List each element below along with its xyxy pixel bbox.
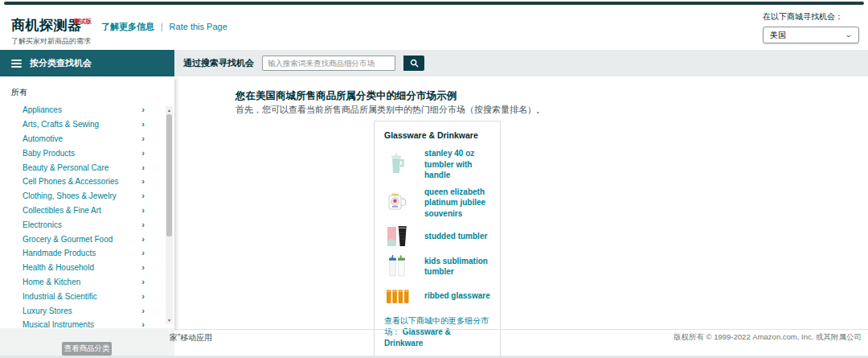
link-divider: |	[161, 23, 163, 31]
category-label: Industrial & Scientific	[23, 292, 97, 301]
footer-mobile-app-text: 家”移动应用	[170, 332, 212, 344]
niche-item-studded-tumbler[interactable]: studded tumbler	[384, 224, 490, 249]
category-label: Automotive	[23, 134, 63, 143]
category-list: Appliances › Arts, Crafts & Sewing › Aut…	[0, 103, 166, 328]
sidebar-category-item[interactable]: Clothing, Shoes & Jewelry ›	[0, 189, 166, 204]
niche-item-stanley-tumbler[interactable]: stanley 40 oz tumbler with handle	[384, 148, 490, 181]
category-label: Home & Kitchen	[23, 278, 80, 286]
niche-item-label: kids sublimation tumbler	[424, 256, 490, 278]
sidebar-category-item[interactable]: Luxury Stores ›	[0, 303, 166, 318]
scroll-down-icon[interactable]: ▼	[166, 316, 173, 323]
category-label: Health & Household	[23, 263, 94, 272]
sidebar-category-item[interactable]: Health & Household ›	[0, 261, 166, 275]
sidebar-category-item[interactable]: Grocery & Gourmet Food ›	[0, 232, 166, 246]
chevron-right-icon: ›	[141, 134, 145, 143]
search-icon	[410, 59, 419, 68]
search-input[interactable]	[262, 56, 395, 71]
niche-examples-card: Glassware & Drinkware stanley 40 oz tumb…	[374, 121, 501, 358]
category-label: Beauty & Personal Care	[23, 163, 108, 172]
product-image-mint-tumbler	[384, 152, 410, 176]
sidebar-category-item[interactable]: Home & Kitchen ›	[0, 275, 166, 290]
chevron-right-icon: ›	[141, 149, 145, 158]
chevron-right-icon: ›	[141, 307, 145, 315]
niche-item-label: studded tumbler	[424, 231, 487, 242]
sidebar-scrollbar[interactable]: ▲ ▼	[166, 106, 173, 323]
app-title: 商机探测器	[11, 16, 82, 35]
category-label: Handmade Products	[23, 249, 96, 257]
chevron-right-icon: ›	[141, 177, 145, 186]
product-image-jubilee-mug	[384, 191, 410, 215]
niche-item-label: stanley 40 oz tumbler with handle	[424, 148, 490, 181]
category-label: Grocery & Gourmet Food	[23, 235, 113, 244]
chevron-right-icon: ›	[141, 163, 145, 172]
niche-item-kids-sublimation-tumbler[interactable]: kids sublimation tumbler	[384, 254, 490, 278]
product-image-ribbed-glasses	[384, 284, 410, 308]
marketplace-label: 在以下商城寻找机会：	[763, 11, 863, 23]
chevron-right-icon: ›	[141, 263, 145, 272]
sidebar-category-item[interactable]: Collectibles & Fine Art ›	[0, 204, 166, 218]
niche-item-jubilee-souvenirs[interactable]: queen elizabeth platinum jubilee souveni…	[384, 187, 490, 220]
sidebar-category-item[interactable]: Automotive ›	[0, 132, 166, 146]
browse-by-category-label: 按分类查找机会	[30, 57, 92, 69]
search-section-label: 通过搜索寻找机会	[183, 57, 254, 69]
category-label: Collectibles & Fine Art	[23, 206, 101, 215]
chevron-right-icon: ›	[141, 292, 145, 301]
beta-badge: 测试版	[74, 18, 92, 26]
browse-by-category-toggle[interactable]: 按分类查找机会	[0, 50, 174, 76]
sidebar-category-item[interactable]: Industrial & Scientific ›	[0, 289, 166, 303]
product-image-studded-tumbler	[384, 224, 410, 249]
sidebar-category-item[interactable]: Electronics ›	[0, 217, 166, 232]
chevron-right-icon: ›	[141, 249, 145, 257]
copyright-notice: 版权所有 © 1999-2022 Amazon.com, Inc. 或其附属公司	[674, 332, 862, 343]
sidebar-category-item[interactable]: Baby Products ›	[0, 146, 166, 160]
chevron-right-icon: ›	[141, 191, 145, 200]
category-label: Clothing, Shoes & Jewelry	[23, 191, 117, 200]
category-label: Luxury Stores	[23, 307, 72, 315]
niche-item-label: queen elizabeth platinum jubilee souveni…	[424, 187, 490, 220]
page-title: 您在美国商城所售商品所属分类中的细分市场示例	[235, 89, 457, 103]
page-header: 商机探测器 测试版 了解更多信息 | Rate this Page 了解买家对新…	[0, 5, 868, 50]
category-label: Musical Instruments	[23, 320, 94, 328]
chevron-right-icon: ›	[141, 206, 145, 215]
sidebar-all-label: 所有	[11, 87, 27, 98]
footer-left-column: 查看商品分类	[0, 328, 174, 356]
rate-page-link[interactable]: Rate this Page	[170, 22, 227, 31]
niche-item-ribbed-glassware[interactable]: ribbed glassware	[384, 284, 490, 308]
sidebar-category-item[interactable]: Appliances ›	[0, 103, 166, 117]
category-label: Arts, Crafts & Sewing	[23, 120, 99, 129]
learn-more-link[interactable]: 了解更多信息	[101, 21, 154, 33]
category-label: Electronics	[23, 220, 62, 229]
niche-item-label: ribbed glassware	[424, 290, 490, 302]
chevron-right-icon: ›	[141, 120, 145, 129]
marketplace-selected-value: 美国	[770, 30, 786, 41]
sidebar-category-item[interactable]: Musical Instruments ›	[0, 318, 166, 328]
category-label: Appliances	[23, 105, 62, 114]
more-niches-link[interactable]: 查看以下商城中的更多细分市场： Glassware & Drinkware	[384, 315, 490, 349]
main-content: 您在美国商城所售商品所属分类中的细分市场示例 首先，您可以查看当前所售商品所属类…	[174, 76, 868, 330]
category-sidebar: 所有 Appliances › Arts, Crafts & Sewing › …	[0, 76, 174, 328]
product-image-kids-tumblers	[384, 254, 410, 278]
chevron-right-icon: ›	[141, 220, 145, 229]
app-subtitle: 了解买家对新商品的需求	[11, 36, 91, 47]
search-button[interactable]	[403, 56, 424, 71]
chevron-right-icon: ›	[141, 278, 145, 286]
scroll-up-icon[interactable]: ▲	[166, 106, 173, 113]
chevron-down-icon: ⌄	[845, 31, 854, 39]
sidebar-category-item[interactable]: Arts, Crafts & Sewing ›	[0, 117, 166, 132]
chevron-right-icon: ›	[141, 320, 145, 328]
view-categories-button[interactable]: 查看商品分类	[62, 342, 112, 356]
category-label: Baby Products	[23, 149, 75, 158]
page-subtitle: 首先，您可以查看当前所售商品所属类别中的热门细分市场（按搜索量排名）。	[235, 104, 545, 116]
sidebar-category-item[interactable]: Beauty & Personal Care ›	[0, 160, 166, 175]
category-label: Cell Phones & Accessories	[23, 177, 119, 186]
marketplace-dropdown[interactable]: 美国 ⌄	[763, 27, 859, 43]
chevron-right-icon: ›	[141, 235, 145, 244]
sidebar-category-item[interactable]: Cell Phones & Accessories ›	[0, 175, 166, 189]
chevron-right-icon: ›	[141, 105, 145, 114]
toolbar-band: 按分类查找机会 通过搜索寻找机会	[0, 50, 868, 76]
sidebar-category-item[interactable]: Handmade Products ›	[0, 246, 166, 261]
card-category-title: Glassware & Drinkware	[384, 130, 490, 140]
scrollbar-thumb[interactable]	[166, 114, 172, 237]
hamburger-menu-icon	[11, 60, 22, 68]
